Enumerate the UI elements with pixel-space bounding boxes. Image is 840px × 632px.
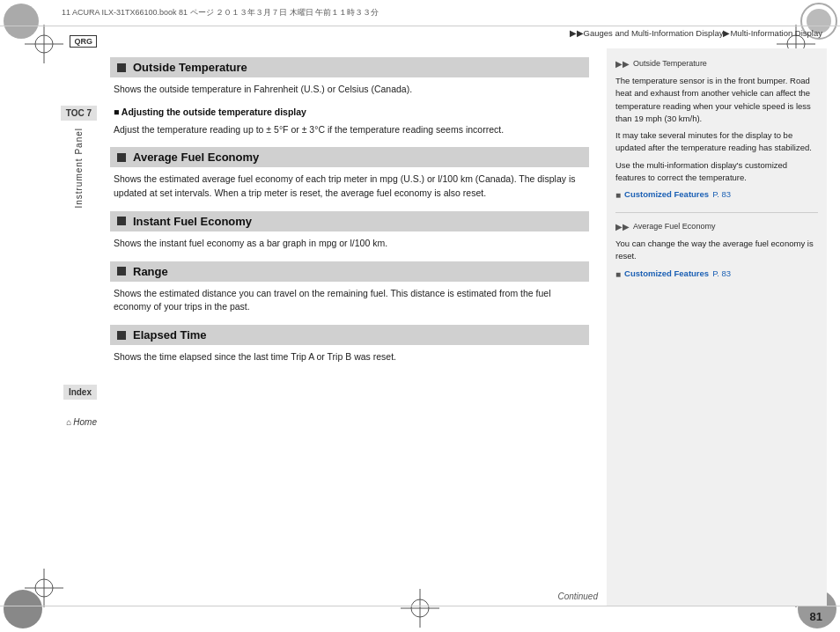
right-link-outside-temp[interactable]: ■ Customized Features P. 83 <box>615 188 818 202</box>
right-link-text-avg-fuel: Customized Features <box>624 268 709 280</box>
continued-text: Continued <box>557 592 598 601</box>
elapsed-body: Shows the time elapsed since the last ti… <box>114 350 586 364</box>
right-body-outside-temp-3: Use the multi-information display's cust… <box>615 159 818 185</box>
section-square-instant-fuel-icon <box>117 217 126 225</box>
section-header-elapsed: Elapsed Time <box>110 325 589 345</box>
section-body-instant-fuel: Shows the instant fuel economy as a bar … <box>110 237 589 251</box>
section-header-instant-fuel: Instant Fuel Economy <box>110 211 589 231</box>
outside-temp-body: Shows the outside temperature in Fahrenh… <box>114 83 586 97</box>
right-section-avg-fuel: ▶▶ Average Fuel Economy You can change t… <box>615 220 818 281</box>
section-header-outside-temp: Outside Temperature <box>110 57 589 77</box>
right-link-text-outside-temp: Customized Features <box>624 188 709 201</box>
section-header-avg-fuel: Average Fuel Economy <box>110 147 589 167</box>
nav-breadcrumb: ▶▶Gauges and Multi-Information Display▶M… <box>570 28 822 38</box>
outside-temp-subsection-title: ■ Adjusting the outside temperature disp… <box>114 106 586 120</box>
section-title-elapsed: Elapsed Time <box>133 328 207 342</box>
right-body-avg-fuel: You can change the way the average fuel … <box>615 238 818 263</box>
right-para-outside-temp-1: The temperature sensor is in the front b… <box>615 75 818 125</box>
right-link-avg-fuel[interactable]: ■ Customized Features P. 83 <box>615 268 818 281</box>
outside-temp-subsection-body: Adjust the temperature reading up to ± 5… <box>114 123 586 137</box>
right-section-title-avg-fuel: ▶▶ Average Fuel Economy <box>615 220 818 233</box>
section-body-outside-temp: Shows the outside temperature in Fahrenh… <box>110 83 589 136</box>
right-link-icon-outside-temp: ■ <box>615 188 621 202</box>
right-section-title-outside-temp: ▶▶ Outside Temperature <box>615 57 818 70</box>
section-square-avg-fuel-icon <box>117 153 126 162</box>
instant-fuel-body: Shows the instant fuel economy as a bar … <box>114 237 586 251</box>
home-icon: ⌂ <box>66 417 71 427</box>
section-title-instant-fuel: Instant Fuel Economy <box>133 215 252 228</box>
section-body-elapsed: Shows the time elapsed since the last ti… <box>110 350 589 364</box>
section-square-icon <box>117 63 126 72</box>
toc-label[interactable]: TOC 7 <box>61 106 97 121</box>
right-para-avg-fuel: You can change the way the average fuel … <box>615 238 818 263</box>
section-body-range: Shows the estimated distance you can tra… <box>110 287 589 315</box>
main-content: Outside Temperature Shows the outside te… <box>97 48 602 606</box>
section-header-range: Range <box>110 261 589 282</box>
right-arrow-avg-fuel-icon: ▶▶ <box>615 220 630 233</box>
right-section-label-avg-fuel: Average Fuel Economy <box>633 221 715 233</box>
section-square-range-icon <box>117 267 126 276</box>
index-badge[interactable]: Index <box>63 385 97 400</box>
right-section-outside-temp: ▶▶ Outside Temperature The temperature s… <box>615 57 818 202</box>
toc-section: TOC 7 Instrument Panel <box>61 106 97 209</box>
right-section-label-outside-temp: Outside Temperature <box>633 58 707 70</box>
toc-vertical-text: Instrument Panel <box>74 128 84 209</box>
section-title-range: Range <box>133 265 168 278</box>
breadcrumb-part1: ▶▶Gauges and Multi-Information Display <box>570 28 724 38</box>
header-bar: 11 ACURA ILX-31TX66100.book 81 ページ ２０１３年… <box>0 0 840 26</box>
home-label[interactable]: ⌂ Home <box>66 417 97 427</box>
right-link-icon-avg-fuel: ■ <box>615 268 621 281</box>
right-body-outside-temp-1: The temperature sensor is in the front b… <box>615 75 818 125</box>
breadcrumb-part2: ▶Multi-Information Display <box>723 28 822 38</box>
right-divider <box>615 212 818 213</box>
right-para-outside-temp-2: It may take several minutes for the disp… <box>615 129 818 155</box>
right-link-page-outside-temp: P. 83 <box>712 188 731 201</box>
section-title-outside-temp: Outside Temperature <box>133 61 247 74</box>
right-link-page-avg-fuel: P. 83 <box>712 268 731 280</box>
right-para-outside-temp-3: Use the multi-information display's cust… <box>615 159 818 185</box>
section-square-elapsed-icon <box>117 331 126 340</box>
avg-fuel-body: Shows the estimated average fuel economy… <box>114 173 586 201</box>
right-panel: ▶▶ Outside Temperature The temperature s… <box>607 48 827 606</box>
section-body-avg-fuel: Shows the estimated average fuel economy… <box>110 173 589 201</box>
left-sidebar: QRG TOC 7 Instrument Panel Index ⌂ Home <box>0 26 97 632</box>
qrg-badge[interactable]: QRG <box>70 35 97 48</box>
bottom-bar <box>0 606 840 632</box>
right-body-outside-temp-2: It may take several minutes for the disp… <box>615 129 818 155</box>
section-title-avg-fuel: Average Fuel Economy <box>133 151 259 164</box>
header-file-text: 11 ACURA ILX-31TX66100.book 81 ページ ２０１３年… <box>62 7 778 18</box>
right-arrow-icon: ▶▶ <box>615 57 630 70</box>
range-body: Shows the estimated distance you can tra… <box>114 287 586 315</box>
